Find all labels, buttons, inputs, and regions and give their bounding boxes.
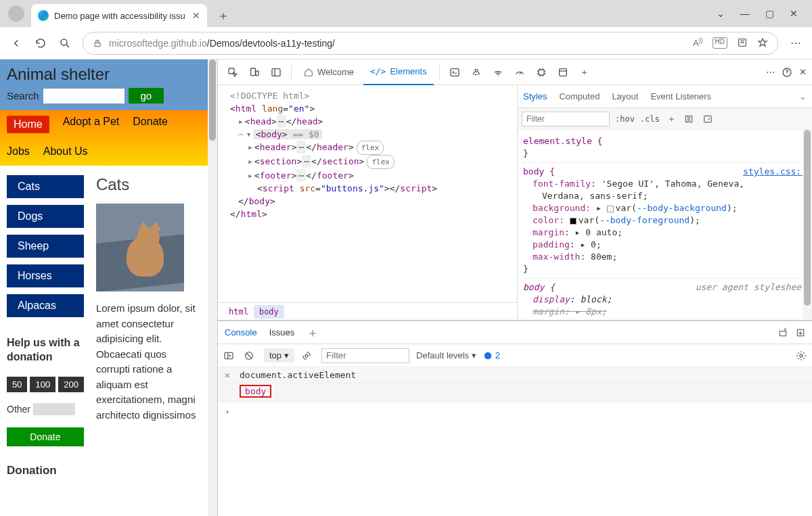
context-selector[interactable]: top ▾: [264, 348, 294, 362]
other-amount-input[interactable]: [33, 403, 75, 415]
favorite-icon[interactable]: [757, 37, 768, 48]
app-menu-icon[interactable]: ⋯: [789, 37, 803, 50]
hov-toggle[interactable]: :hov: [615, 114, 635, 124]
search-input[interactable]: [43, 89, 125, 103]
sidenav-sheep[interactable]: Sheep: [7, 235, 84, 258]
cat-image: [96, 204, 184, 291]
devtools-close-icon[interactable]: ✕: [799, 67, 807, 77]
chevron-down-icon[interactable]: ⌄: [716, 8, 725, 19]
dom-head[interactable]: ▸<head>⋯</head>: [230, 115, 510, 128]
styles-pane: Styles Computed Layout Event Listeners ⌄…: [518, 85, 812, 320]
read-aloud-icon[interactable]: A)): [693, 37, 703, 48]
css-rules[interactable]: element.style { } body {styles.css:1 fon…: [518, 130, 812, 320]
new-style-icon[interactable]: ＋: [665, 113, 679, 125]
address-bar[interactable]: microsoftedge.github.io/Demos/devtools-a…: [83, 32, 778, 55]
sidenav-horses[interactable]: Horses: [7, 264, 84, 287]
sidenav-alpacas[interactable]: Alpacas: [7, 294, 84, 317]
svg-rect-13: [690, 116, 692, 122]
dom-body-close[interactable]: </body>: [230, 195, 510, 208]
sidebar-toggle-icon[interactable]: [223, 350, 237, 361]
clear-console-icon[interactable]: [244, 350, 257, 361]
dom-script[interactable]: <script src="buttons.js"></script>: [230, 182, 510, 195]
minimize-icon[interactable]: —: [740, 8, 750, 19]
dom-section[interactable]: ▸<section>⋯</section>flex: [230, 155, 510, 169]
memory-tab-icon[interactable]: [532, 63, 551, 82]
device-toggle-icon[interactable]: [245, 63, 264, 82]
console-expression-row[interactable]: ✕ document.activeElement: [218, 367, 812, 383]
network-tab-icon[interactable]: [489, 63, 508, 82]
tab-close-icon[interactable]: ✕: [192, 10, 200, 21]
styles-tab-layout[interactable]: Layout: [612, 91, 638, 101]
cls-toggle[interactable]: .cls: [640, 114, 660, 124]
help-icon[interactable]: [782, 67, 792, 78]
dom-html-close[interactable]: </html>: [230, 208, 510, 220]
log-levels[interactable]: Default levels ▾: [416, 350, 476, 360]
devtools-more-icon[interactable]: ⋯: [766, 67, 775, 77]
svg-point-0: [61, 39, 67, 45]
refresh-button[interactable]: [34, 37, 47, 50]
reader-icon[interactable]: [737, 37, 748, 48]
amount-50[interactable]: 50: [7, 377, 27, 392]
dock-drawer-icon[interactable]: [796, 328, 805, 337]
flex-editor-icon[interactable]: [684, 114, 698, 124]
stylesheet-link[interactable]: styles.css:1: [743, 166, 807, 178]
tab-elements[interactable]: </> Elements: [363, 60, 434, 85]
console-output[interactable]: ✕ document.activeElement body ›: [218, 367, 812, 516]
styles-tab-listeners[interactable]: Event Listeners: [650, 91, 711, 101]
sources-tab-icon[interactable]: [467, 63, 486, 82]
live-expression-icon[interactable]: [301, 350, 315, 361]
styles-filter-input[interactable]: [522, 112, 610, 126]
styles-tab-computed[interactable]: Computed: [559, 91, 600, 101]
sidenav-cats[interactable]: Cats: [7, 175, 84, 198]
dom-header[interactable]: ▸<header>⋯</header>flex: [230, 141, 510, 155]
amount-200[interactable]: 200: [58, 377, 84, 392]
styles-overflow-icon[interactable]: ⌄: [799, 91, 807, 101]
svg-rect-9: [539, 70, 544, 75]
nav-donate[interactable]: Donate: [133, 116, 168, 133]
nav-jobs[interactable]: Jobs: [7, 145, 30, 158]
tab-welcome[interactable]: Welcome: [297, 60, 361, 85]
console-result-row[interactable]: body: [218, 383, 812, 402]
crumb-body[interactable]: body: [254, 305, 284, 319]
remove-expr-icon[interactable]: ✕: [225, 370, 233, 380]
browser-tab[interactable]: Demo page with accessibility issu ✕: [31, 4, 207, 27]
more-tabs-icon[interactable]: ＋: [575, 63, 594, 82]
back-button[interactable]: [9, 37, 23, 50]
console-settings-icon[interactable]: [796, 350, 807, 361]
inspect-icon[interactable]: [223, 63, 242, 82]
console-prompt[interactable]: ›: [218, 402, 812, 421]
donate-button[interactable]: Donate: [7, 427, 84, 446]
dom-doctype[interactable]: <!DOCTYPE html>: [230, 89, 510, 102]
dom-footer[interactable]: ▸<footer>⋯</footer>: [230, 169, 510, 182]
dom-tree[interactable]: <!DOCTYPE html> <html lang="en"> ▸<head>…: [218, 85, 517, 302]
console-filter-input[interactable]: [321, 348, 409, 363]
drawer-tab-console[interactable]: Console: [225, 327, 257, 337]
search-icon[interactable]: [58, 37, 72, 50]
hd-icon[interactable]: HD: [713, 37, 727, 48]
new-tab-button[interactable]: ＋: [214, 6, 233, 25]
performance-tab-icon[interactable]: [510, 63, 529, 82]
drawer-tab-issues[interactable]: Issues: [269, 327, 295, 337]
nav-about[interactable]: About Us: [43, 145, 88, 158]
toggle-computed-icon[interactable]: [703, 114, 717, 124]
page-scrollbar[interactable]: [208, 60, 217, 516]
crumb-html[interactable]: html: [223, 305, 254, 319]
amount-100[interactable]: 100: [30, 377, 55, 392]
profile-avatar[interactable]: [8, 5, 24, 22]
expand-drawer-icon[interactable]: [778, 328, 788, 337]
sidenav-dogs[interactable]: Dogs: [7, 205, 84, 228]
console-tab-icon[interactable]: [445, 63, 464, 82]
issues-link[interactable]: 2: [483, 350, 500, 360]
dom-html[interactable]: <html lang="en">: [230, 102, 510, 115]
dom-body-selected[interactable]: ⋯▾<body> == $0: [230, 128, 510, 141]
close-window-icon[interactable]: ✕: [789, 8, 798, 19]
maximize-icon[interactable]: ▢: [765, 8, 774, 19]
nav-adopt[interactable]: Adopt a Pet: [63, 116, 120, 133]
drawer-add-tab[interactable]: ＋: [307, 325, 319, 341]
styles-tab-styles[interactable]: Styles: [523, 91, 547, 101]
panel-layout-icon[interactable]: [267, 63, 286, 82]
nav-home[interactable]: Home: [7, 116, 49, 133]
go-button[interactable]: go: [129, 88, 164, 103]
application-tab-icon[interactable]: [554, 63, 572, 82]
styles-scrollbar[interactable]: [803, 130, 812, 320]
